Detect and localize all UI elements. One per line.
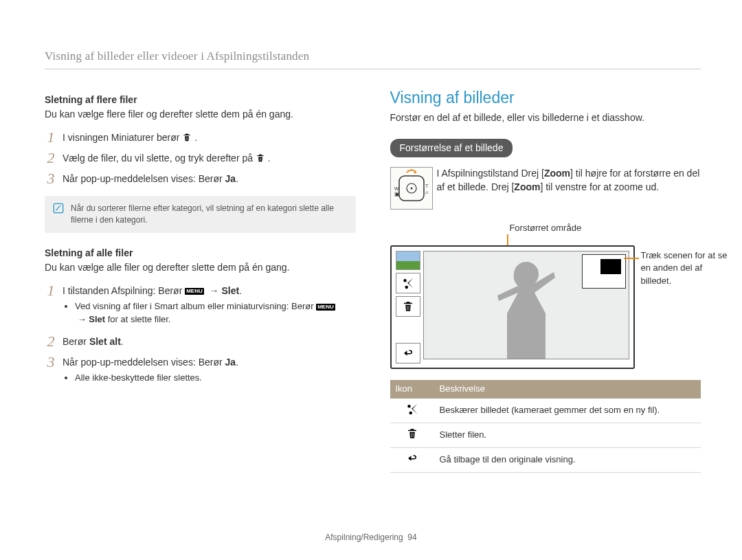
table-header-icon: Ikon (390, 380, 434, 398)
multi-delete-heading: Sletning af flere filer (45, 93, 356, 107)
sub-bullet: Ved visning af filer i Smart album eller… (75, 300, 356, 325)
subsection-pill: Forstørrelse af et billede (390, 139, 513, 158)
trash-icon (402, 300, 414, 313)
figure-side-note: Træk scenen for at se en anden del af bi… (641, 249, 730, 287)
screen-side-icons (396, 251, 420, 363)
camera-screen (390, 245, 635, 369)
all-delete-intro: Du kan vælge alle filer og derefter slet… (45, 261, 356, 275)
svg-text:W: W (394, 186, 399, 191)
back-arrow-icon (402, 347, 414, 359)
step-body: I visningen Miniaturer berør . (63, 130, 356, 145)
thumbnail-icon (396, 251, 420, 270)
right-column: Visning af billeder Forstør en del af et… (390, 87, 701, 473)
callout-line (507, 234, 508, 245)
svg-point-4 (410, 188, 412, 190)
zoom-text: I Afspilningstilstand Drej [Zoom] til hø… (437, 167, 701, 194)
table-header-desc: Beskrivelse (434, 380, 701, 398)
info-icon (53, 203, 64, 214)
step-body: Vælg de filer, du vil slette, og tryk de… (63, 150, 356, 166)
step-number: 1 (45, 130, 57, 145)
page-header-title: Visning af billeder eller videoer i Afsp… (45, 49, 309, 63)
menu-icon: MENU (185, 288, 204, 295)
enlarge-figure: Forstørret område (390, 222, 701, 369)
footer-section: Afspilning/Redigering (325, 533, 403, 542)
all-delete-steps: 1 I tilstanden Afspilning: Berør MENU → … (45, 283, 356, 388)
crop-icon-box (396, 273, 420, 293)
callout-line (624, 258, 639, 259)
svg-text:T: T (425, 183, 429, 188)
back-arrow-icon (406, 452, 418, 464)
step-body: Berør Slet alt. (63, 334, 356, 349)
table-row: Beskærer billedet (kameraet gemmer det s… (390, 399, 701, 423)
svg-text:▣: ▣ (394, 191, 400, 197)
delete-icon-box (396, 296, 420, 317)
trash-icon (182, 133, 192, 142)
menu-icon: MENU (316, 304, 335, 311)
back-icon-box (396, 343, 420, 363)
step-body: Når pop-up-meddelelsen vises: Berør Ja. (63, 171, 356, 186)
child-silhouette-icon (475, 251, 578, 359)
section-title: Visning af billeder (390, 87, 701, 109)
scissors-icon (406, 403, 418, 415)
step-number: 3 (45, 355, 57, 370)
page-header: Visning af billeder eller videoer i Afsp… (45, 48, 701, 69)
table-row: Sletter filen. (390, 423, 701, 447)
info-note-text: Når du sorterer filerne efter kategori, … (71, 203, 348, 226)
all-delete-heading: Sletning af alle filer (45, 247, 356, 260)
trash-icon (256, 153, 265, 163)
step-body: I tilstanden Afspilning: Berør MENU → Sl… (63, 283, 356, 328)
multi-delete-intro: Du kan vælge flere filer og derefter sle… (45, 108, 356, 122)
navigator-viewport (600, 259, 621, 274)
navigator-box (582, 254, 626, 289)
trash-icon (406, 427, 418, 440)
figure-top-label: Forstørret område (390, 222, 701, 234)
step-body: Når pop-up-meddelelsen vises: Berør Ja. … (63, 355, 356, 388)
main-preview (423, 251, 629, 359)
info-note: Når du sorterer filerne efter kategori, … (45, 196, 356, 233)
zoom-instruction: W T ▣ ⌕ I Afspilningstilstand Drej [Zoom… (390, 167, 701, 210)
svg-point-1 (60, 205, 61, 207)
step-number: 3 (45, 171, 57, 186)
icon-description-table: Ikon Beskrivelse Beskærer billedet (kame… (390, 380, 701, 473)
step-number: 2 (45, 334, 57, 349)
scissors-icon (402, 277, 414, 289)
zoom-dial-icon: W T ▣ ⌕ (390, 167, 433, 210)
table-row: Gå tilbage til den originale visning. (390, 447, 701, 472)
svg-text:⌕: ⌕ (425, 189, 429, 195)
multi-delete-steps: 1 I visningen Miniaturer berør . 2 Vælg … (45, 130, 356, 186)
step-number: 2 (45, 150, 57, 166)
page-footer: Afspilning/Redigering 94 (0, 532, 742, 544)
sub-bullet: Alle ikke-beskyttede filer slettes. (75, 372, 356, 384)
footer-page-number: 94 (407, 533, 416, 542)
left-column: Sletning af flere filer Du kan vælge fle… (45, 87, 356, 473)
section-intro: Forstør en del af et billede, eller vis … (390, 111, 701, 125)
step-number: 1 (45, 283, 57, 298)
